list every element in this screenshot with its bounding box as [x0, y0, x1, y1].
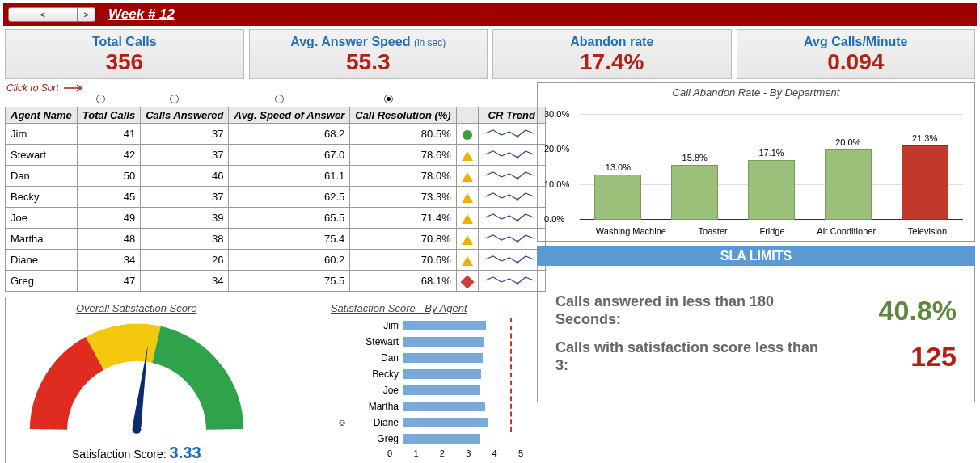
- kpi-total-calls: Total Calls 356: [5, 29, 244, 79]
- panel-title: Call Abandon Rate - By Department: [544, 86, 968, 99]
- kpi-title: Abandon rate: [570, 35, 653, 48]
- column-header[interactable]: Calls Answered: [141, 107, 229, 124]
- column-header[interactable]: Agent Name: [6, 107, 78, 124]
- sparkline-icon: [484, 167, 540, 182]
- sort-radio[interactable]: [170, 95, 179, 103]
- abandon-rate-panel: Call Abandon Rate - By Department 0.0%10…: [537, 82, 975, 242]
- week-stepper: < >: [8, 7, 95, 22]
- y-tick: 0.0%: [544, 214, 564, 224]
- abandon-bar: 15.8%: [671, 165, 718, 220]
- sparkline-icon: [484, 209, 540, 224]
- kpi-title: Avg Calls/Minute: [804, 35, 907, 48]
- week-banner: < > Week # 12: [3, 3, 977, 26]
- svg-point-7: [516, 282, 519, 285]
- sort-radio-row: [5, 92, 530, 105]
- hbar: [403, 321, 486, 330]
- hbar-row: Stewart: [337, 334, 523, 350]
- x-tick: Fridge: [759, 226, 784, 236]
- smile-icon: ☺: [337, 417, 348, 428]
- hbar-label: Stewart: [353, 336, 399, 347]
- bar-value-label: 17.1%: [758, 148, 784, 158]
- sparkline-icon: [484, 251, 540, 266]
- kpi-title: Avg. Answer Speed: [290, 35, 414, 48]
- gauge-panel: Overall Satisfaction Score Satisfaction …: [6, 297, 268, 463]
- sla-body: Calls answered in less than 180 Seconds:…: [537, 266, 975, 402]
- panel-title: Satisfaction Score - By Agent: [275, 302, 524, 314]
- sla-row-label: Calls answered in less than 180 Seconds:: [555, 293, 822, 328]
- hbar-row: ☺Diane: [337, 415, 523, 431]
- hbar: [403, 337, 484, 347]
- hbar-row: Greg: [337, 431, 523, 447]
- sla-row-label: Calls with satisfaction score less than …: [555, 339, 822, 374]
- svg-point-5: [516, 240, 519, 243]
- sparkline-icon: [484, 125, 540, 140]
- column-header[interactable]: [456, 107, 478, 124]
- x-tick: Air Conditioner: [817, 226, 876, 236]
- status-indicator-icon: [462, 256, 473, 266]
- table-row: Becky453762.573.3%: [6, 187, 546, 208]
- hbar-row: Dan: [337, 350, 523, 366]
- y-tick: 30.0%: [544, 109, 569, 119]
- y-tick: 20.0%: [544, 144, 569, 154]
- week-label: Week # 12: [108, 6, 175, 23]
- panel-title: Overall Satisfaction Score: [12, 302, 261, 314]
- kpi-value: 17.4%: [500, 49, 724, 75]
- abandon-rate-chart: 0.0%10.0%20.0%30.0%13.0%15.8%17.1%20.0%2…: [544, 102, 968, 239]
- sla-row-value: 40.8%: [879, 295, 957, 326]
- status-indicator-icon: [460, 275, 474, 288]
- hbar-row: Becky: [337, 366, 523, 382]
- table-row: Martha483875.470.8%: [6, 229, 546, 250]
- hbar: [403, 385, 480, 395]
- svg-point-6: [516, 261, 519, 264]
- x-axis: Washing MachineToasterFridgeAir Conditio…: [580, 226, 963, 236]
- status-indicator-icon: [462, 151, 473, 161]
- kpi-value: 55.3: [256, 49, 481, 75]
- sparkline-icon: [484, 146, 540, 161]
- hbar-label: Dan: [353, 352, 399, 364]
- kpi-value: 356: [12, 49, 237, 75]
- svg-point-1: [516, 156, 519, 159]
- hbar-label: Joe: [353, 385, 399, 396]
- hbar-row: Jim: [337, 318, 523, 334]
- sparkline-icon: [484, 230, 540, 245]
- table-row: Jim413768.280.5%: [6, 124, 546, 145]
- kpi-value: 0.094: [744, 49, 969, 75]
- status-indicator-icon: [462, 172, 473, 182]
- sla-header: SLA LIMITS: [537, 246, 975, 266]
- sort-radio[interactable]: [96, 95, 105, 103]
- hbar-label: Diane: [353, 417, 399, 428]
- status-indicator-icon: [462, 214, 473, 224]
- svg-point-4: [516, 219, 519, 222]
- column-header[interactable]: Avg. Speed of Answer: [229, 107, 350, 124]
- hbar-row: Martha: [337, 398, 523, 415]
- sort-radio[interactable]: [275, 95, 284, 103]
- kpi-avg-calls-minute: Avg Calls/Minute 0.094: [737, 29, 976, 79]
- agents-table: Agent NameTotal CallsCalls AnsweredAvg. …: [5, 107, 546, 292]
- column-header[interactable]: Total Calls: [77, 107, 140, 124]
- sla-row-value: 125: [910, 341, 957, 373]
- sort-radio[interactable]: [384, 95, 393, 103]
- sparkline-icon: [484, 188, 540, 203]
- threshold-line: [510, 318, 512, 432]
- table-row: Stewart423767.078.6%: [6, 145, 546, 166]
- hbar: [403, 353, 483, 363]
- gauge-value: 3.33: [170, 444, 201, 461]
- bar-value-label: 13.0%: [606, 162, 631, 172]
- week-prev-button[interactable]: <: [8, 7, 78, 22]
- table-row: Dan504661.178.0%: [6, 166, 546, 187]
- column-header[interactable]: CR Trend: [478, 107, 545, 124]
- kpi-title: Total Calls: [92, 35, 157, 48]
- x-tick: Television: [908, 226, 947, 236]
- satisfaction-by-agent-panel: Satisfaction Score - By Agent JimStewart…: [268, 297, 530, 463]
- table-header-row: Agent NameTotal CallsCalls AnsweredAvg. …: [6, 107, 546, 124]
- kpi-row: Total Calls 356 Avg. Answer Speed (in se…: [0, 29, 980, 79]
- column-header[interactable]: Call Resolution (%): [350, 107, 456, 124]
- abandon-bar: 17.1%: [748, 160, 795, 220]
- hbar-label: Greg: [353, 433, 399, 444]
- week-next-button[interactable]: >: [78, 7, 95, 22]
- gauge-chart: [19, 319, 254, 440]
- table-row: Joe493965.571.4%: [6, 208, 546, 229]
- hbar-axis: 012345: [387, 448, 523, 458]
- hbar-label: Martha: [353, 401, 399, 412]
- hbar-row: Joe: [337, 382, 523, 398]
